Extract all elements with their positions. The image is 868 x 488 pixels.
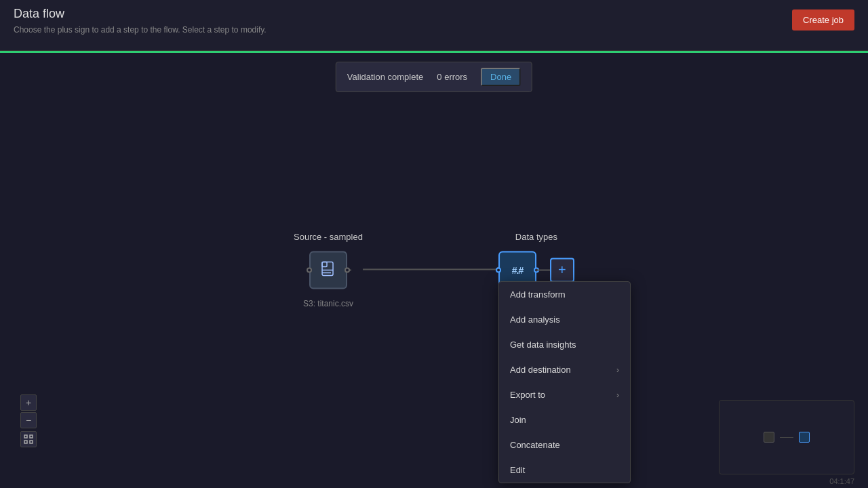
source-dot-left (307, 267, 312, 272)
menu-item-export-to[interactable]: Export to › (499, 382, 630, 407)
svg-rect-0 (322, 262, 333, 275)
menu-item-concatenate[interactable]: Concatenate (499, 432, 630, 458)
plus-button-container: + (536, 258, 574, 282)
timestamp: 04:1:47 (829, 477, 854, 485)
mini-node-transform (799, 432, 810, 443)
source-node-container: Source - sampled S3: titanic.csv (294, 231, 363, 308)
svg-rect-6 (24, 441, 27, 443)
menu-item-get-data-insights-label: Get data insights (510, 340, 576, 350)
menu-item-add-analysis[interactable]: Add analysis (499, 307, 630, 332)
source-node[interactable] (309, 251, 347, 289)
add-step-button[interactable]: + (550, 258, 574, 282)
mini-connector (780, 437, 793, 438)
zoom-out-button[interactable]: − (20, 412, 37, 428)
menu-item-add-transform-label: Add transform (510, 289, 566, 300)
page-title: Data flow (14, 7, 267, 21)
menu-item-concatenate-label: Concatenate (510, 440, 560, 450)
connector-short (536, 269, 550, 270)
zoom-controls: + − (20, 394, 37, 447)
fit-icon (24, 434, 33, 444)
line1 (363, 269, 498, 270)
chevron-right-icon: › (616, 365, 619, 375)
menu-item-add-analysis-label: Add analysis (510, 314, 560, 325)
source-dot-right (344, 267, 350, 272)
menu-item-get-data-insights[interactable]: Get data insights (499, 332, 630, 357)
menu-item-add-destination-label: Add destination (510, 365, 571, 375)
menu-item-add-transform[interactable]: Add transform (499, 282, 630, 307)
document-icon (319, 260, 338, 279)
validation-text: Validation complete (347, 72, 424, 82)
connector-line (363, 269, 498, 270)
menu-item-join-label: Join (510, 415, 526, 425)
zoom-in-button[interactable]: + (20, 394, 37, 411)
mini-node-source (764, 432, 774, 443)
svg-rect-5 (30, 435, 33, 438)
menu-item-add-destination[interactable]: Add destination › (499, 357, 630, 382)
context-menu: Add transform Add analysis Get data insi… (498, 281, 631, 483)
transform-dot-left (496, 267, 501, 272)
mini-map (719, 400, 854, 474)
flow-canvas: Validation complete 0 errors Done Source… (0, 51, 868, 488)
menu-item-edit[interactable]: Edit (499, 458, 630, 483)
transform-icon: #.# (512, 264, 523, 275)
header-left: Data flow Choose the plus sign to add a … (14, 7, 267, 35)
menu-item-join[interactable]: Join (499, 407, 630, 432)
source-node-sublabel: S3: titanic.csv (303, 298, 353, 308)
validation-errors: 0 errors (437, 72, 467, 82)
header: Data flow Choose the plus sign to add a … (0, 0, 868, 51)
page-subtitle: Choose the plus sign to add a step to th… (14, 25, 267, 35)
mini-map-inner (764, 432, 810, 443)
transform-node-label: Data types (515, 231, 557, 241)
svg-rect-4 (24, 435, 27, 438)
source-node-label: Source - sampled (294, 231, 363, 241)
menu-item-export-to-label: Export to (510, 390, 545, 400)
svg-rect-7 (30, 441, 33, 443)
menu-item-edit-label: Edit (510, 465, 525, 475)
create-job-button[interactable]: Create job (792, 9, 854, 30)
chevron-right-icon-2: › (616, 390, 619, 400)
fit-button[interactable] (20, 431, 37, 447)
validation-bar: Validation complete 0 errors Done (336, 62, 532, 92)
validation-done-button[interactable]: Done (481, 68, 521, 86)
